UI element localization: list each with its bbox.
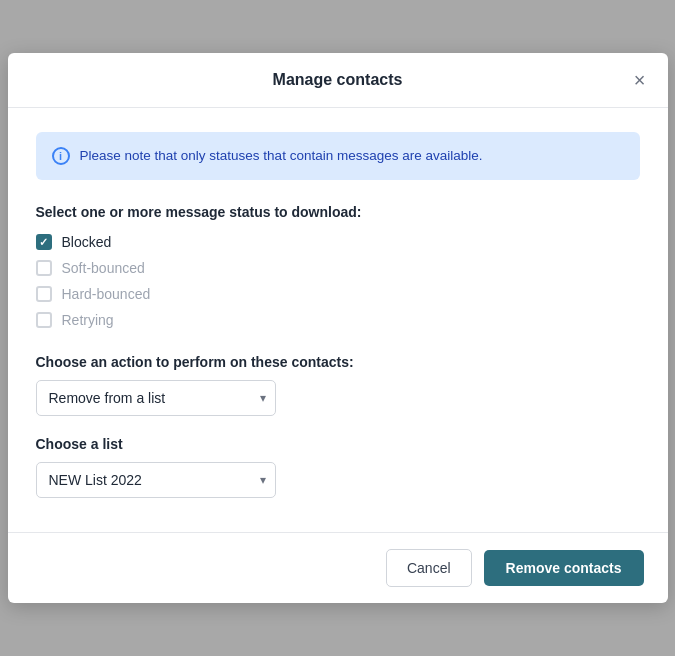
close-button[interactable]: ×	[630, 66, 650, 94]
modal-body: i Please note that only statuses that co…	[8, 108, 668, 532]
list-section: Choose a list NEW List 2022 List A List …	[36, 436, 640, 498]
checkbox-blocked[interactable]: ✓	[36, 234, 52, 250]
list-section-label: Choose a list	[36, 436, 640, 452]
checkbox-item-soft-bounced[interactable]: Soft-bounced	[36, 260, 640, 276]
modal-header: Manage contacts ×	[8, 53, 668, 108]
info-icon: i	[52, 147, 70, 165]
checkbox-label-retrying: Retrying	[62, 312, 114, 328]
cancel-button[interactable]: Cancel	[386, 549, 472, 587]
info-banner: i Please note that only statuses that co…	[36, 132, 640, 180]
modal-title: Manage contacts	[273, 71, 403, 89]
checkbox-hard-bounced[interactable]	[36, 286, 52, 302]
modal-overlay: Manage contacts × i Please note that onl…	[0, 0, 675, 656]
info-text: Please note that only statuses that cont…	[80, 146, 483, 166]
checkbox-item-blocked[interactable]: ✓ Blocked	[36, 234, 640, 250]
action-section-label: Choose an action to perform on these con…	[36, 354, 640, 370]
list-select[interactable]: NEW List 2022 List A List B	[36, 462, 276, 498]
checkbox-item-retrying[interactable]: Retrying	[36, 312, 640, 328]
checkbox-label-hard-bounced: Hard-bounced	[62, 286, 151, 302]
modal-dialog: Manage contacts × i Please note that onl…	[8, 53, 668, 603]
checkbox-group: ✓ Blocked Soft-bounced Hard-bounced	[36, 234, 640, 328]
list-select-wrapper: NEW List 2022 List A List B ▾	[36, 462, 276, 498]
remove-contacts-button[interactable]: Remove contacts	[484, 550, 644, 586]
action-select-wrapper: Remove from a list Add to a list Unsubsc…	[36, 380, 276, 416]
modal-footer: Cancel Remove contacts	[8, 532, 668, 603]
checkbox-retrying[interactable]	[36, 312, 52, 328]
action-select[interactable]: Remove from a list Add to a list Unsubsc…	[36, 380, 276, 416]
status-section-label: Select one or more message status to dow…	[36, 204, 640, 220]
checkbox-item-hard-bounced[interactable]: Hard-bounced	[36, 286, 640, 302]
checkbox-soft-bounced[interactable]	[36, 260, 52, 276]
checkbox-label-soft-bounced: Soft-bounced	[62, 260, 145, 276]
checkbox-label-blocked: Blocked	[62, 234, 112, 250]
action-section: Choose an action to perform on these con…	[36, 354, 640, 416]
